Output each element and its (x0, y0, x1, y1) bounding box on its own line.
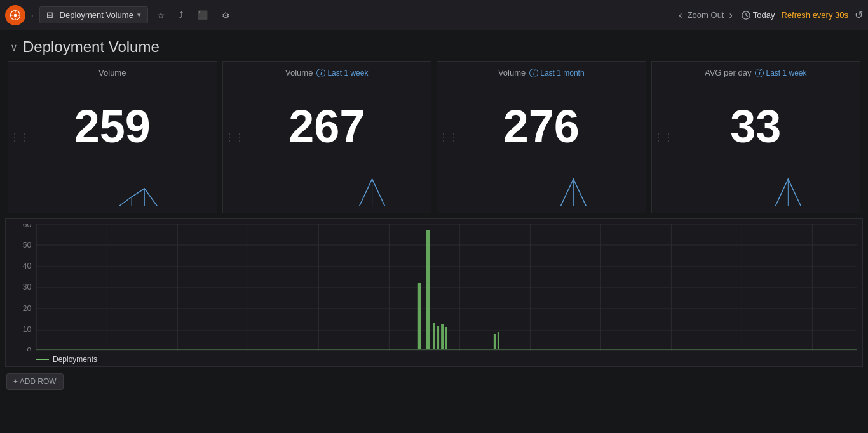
drag-handle[interactable]: ⋮⋮ (8, 129, 31, 146)
zoom-out-label: Zoom Out (688, 10, 724, 20)
star-icon: ☆ (157, 10, 165, 20)
info-icon-4: i (755, 69, 764, 77)
topnav-right: ‹ Zoom Out › Today Refresh every 30s ↺ (676, 8, 863, 22)
zoom-left-button[interactable]: ‹ (676, 8, 684, 22)
share-button[interactable]: ⤴ (174, 6, 189, 23)
drag-handle-2[interactable]: ⋮⋮ (223, 129, 246, 146)
save-icon: ⬛ (198, 10, 208, 20)
sparkline-3 (445, 175, 638, 206)
panel-header-2: Volume i Last 1 week (231, 68, 424, 77)
sparkline-4 (660, 175, 853, 206)
svg-text:30: 30 (23, 283, 32, 291)
panel-title-4: AVG per day (705, 68, 751, 77)
refresh-icon: ↺ (855, 10, 863, 20)
zoom-right-button[interactable]: › (726, 8, 735, 22)
settings-button[interactable]: ⚙ (217, 6, 235, 24)
refresh-button[interactable]: ↺ (855, 9, 863, 21)
sparkline-1 (16, 175, 209, 206)
svg-text:10: 10 (23, 325, 32, 334)
sparkline-2 (231, 175, 424, 206)
dropdown-arrow-icon: ▾ (137, 11, 141, 19)
refresh-interval-label: Refresh every 30s (782, 10, 849, 20)
page-title: Deployment Volume (23, 38, 159, 56)
add-row-button[interactable]: + ADD ROW (6, 373, 64, 390)
info-icon-2: i (316, 69, 325, 77)
volume-panel-1: ⋮⋮ Volume 259 (8, 61, 217, 213)
panel-header-3: Volume i Last 1 month (445, 68, 638, 77)
svg-text:20: 20 (23, 304, 32, 313)
nav-separator: · (31, 8, 34, 22)
chevron-right-icon: › (729, 10, 732, 20)
legend-label: Deployments (53, 355, 97, 364)
badge-label-2: Last 1 week (327, 69, 368, 77)
svg-rect-60 (494, 334, 496, 349)
badge-label-3: Last 1 month (540, 69, 584, 77)
stat-value-3: 276 (445, 80, 638, 172)
svg-point-1 (14, 13, 17, 17)
add-row-section: + ADD ROW (0, 367, 868, 396)
clock-icon (742, 11, 750, 20)
badge-label-4: Last 1 week (766, 69, 806, 77)
drag-handle-3[interactable]: ⋮⋮ (437, 129, 460, 146)
main-chart-panel: 0 10 20 30 40 50 60 00:00 02:00 04:00 (5, 218, 863, 367)
panel-badge-3: i Last 1 month (529, 69, 584, 77)
panel-badge-4: i Last 1 week (755, 69, 806, 77)
svg-text:0: 0 (27, 346, 32, 351)
svg-rect-59 (445, 327, 447, 349)
chart-legend: Deployments (11, 351, 857, 366)
stat-value-2: 267 (231, 80, 424, 172)
settings-icon: ⚙ (222, 10, 230, 20)
stat-value-1: 259 (16, 80, 209, 172)
panel-title-2: Volume (285, 68, 313, 77)
svg-rect-58 (441, 324, 444, 349)
dashboard-title-button[interactable]: ⊞ Deployment Volume ▾ (39, 6, 148, 23)
topnav: · ⊞ Deployment Volume ▾ ☆ ⤴ ⬛ ⚙ ‹ Zoom O… (0, 0, 868, 30)
svg-rect-57 (437, 326, 439, 349)
save-button[interactable]: ⬛ (193, 6, 213, 23)
panels-row: ⋮⋮ Volume 259 ⋮⋮ Volume i Last 1 week 26… (5, 61, 863, 213)
time-label-text: Today (753, 10, 775, 20)
grafana-logo[interactable] (5, 5, 25, 25)
dashboard-icon: ⊞ (46, 10, 53, 20)
grafana-logo-icon (10, 10, 21, 21)
main-chart-svg: 0 10 20 30 40 50 60 00:00 02:00 04:00 (11, 224, 857, 351)
chevron-left-icon: ‹ (679, 10, 682, 20)
svg-text:50: 50 (23, 241, 32, 250)
panel-header-1: Volume (16, 68, 209, 77)
drag-handle-4[interactable]: ⋮⋮ (652, 129, 675, 146)
legend-line (36, 359, 49, 360)
volume-panel-3: ⋮⋮ Volume i Last 1 month 276 (437, 61, 646, 213)
info-icon-3: i (529, 69, 538, 77)
svg-line-8 (746, 15, 748, 17)
panel-header-4: AVG per day i Last 1 week (660, 68, 853, 77)
dashboard-title-text: Deployment Volume (60, 10, 133, 20)
share-icon: ⤴ (179, 10, 184, 20)
chart-area: 0 10 20 30 40 50 60 00:00 02:00 04:00 (11, 224, 857, 351)
volume-panel-2: ⋮⋮ Volume i Last 1 week 267 (222, 61, 432, 213)
svg-text:60: 60 (23, 224, 32, 229)
svg-text:40: 40 (23, 262, 32, 270)
time-range-selector[interactable]: Today (742, 10, 775, 20)
collapse-icon[interactable]: ∨ (10, 41, 18, 53)
panel-title-1: Volume (98, 68, 126, 77)
zoom-controls: ‹ Zoom Out › (676, 8, 735, 22)
svg-rect-56 (433, 323, 435, 349)
avg-per-day-panel: ⋮⋮ AVG per day i Last 1 week 33 (651, 61, 861, 213)
star-button[interactable]: ☆ (152, 6, 170, 24)
panel-title-3: Volume (498, 68, 526, 77)
stat-value-4: 33 (660, 80, 853, 172)
svg-rect-55 (418, 283, 421, 349)
svg-rect-61 (498, 332, 499, 349)
svg-rect-54 (426, 230, 430, 349)
panel-badge-2: i Last 1 week (316, 69, 368, 77)
page-title-row: ∨ Deployment Volume (0, 30, 868, 61)
add-row-label: + ADD ROW (13, 377, 57, 386)
